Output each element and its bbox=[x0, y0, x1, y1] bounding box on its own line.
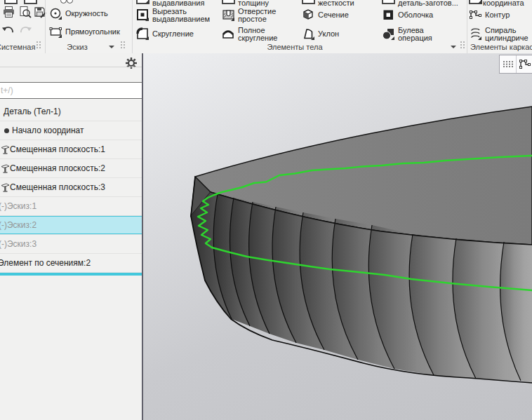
model-tree: Деталь (Тел-1) Начало координат Смещенна… bbox=[0, 102, 142, 273]
clipped-blank-part-icon[interactable] bbox=[382, 0, 395, 4]
dropdown-corner-icon bbox=[311, 36, 314, 40]
clipped-icon[interactable] bbox=[24, 0, 37, 4]
dropdown-corner-icon bbox=[58, 16, 62, 20]
ribbon-group-body-elements: выдавливания Вырезатьвыдавливанием Скруг… bbox=[133, 0, 466, 53]
group-label-system: Системная bbox=[0, 43, 35, 51]
tree-item-label: (-)Эскиз:2 bbox=[0, 220, 36, 230]
shell-button[interactable]: Оболочка bbox=[382, 8, 463, 23]
selection-indicator-band bbox=[0, 273, 142, 276]
clipped-extrude-icon[interactable] bbox=[136, 0, 149, 4]
clipped-button-label: деталь-заготов... bbox=[398, 0, 458, 7]
boolean-operation-button[interactable]: Булеваоперация bbox=[382, 27, 463, 42]
clipped-button-label: жесткости bbox=[318, 0, 354, 7]
simple-hole-button[interactable]: Отверстиепростое bbox=[222, 8, 300, 23]
tree-item-label: Элемент по сечениям:2 bbox=[0, 258, 91, 268]
clipped-button-label: координата bbox=[483, 0, 524, 7]
print-preview-button[interactable] bbox=[18, 6, 32, 19]
ribbon-toolbar: Системная Окружность Прямоугольник Эскиз… bbox=[0, 0, 532, 54]
ribbon-separator bbox=[467, 0, 467, 53]
cylindrical-spiral-button[interactable]: Спиральцилиндриче bbox=[469, 27, 531, 42]
undo-button[interactable] bbox=[1, 22, 15, 35]
button-label: Скругление bbox=[152, 30, 194, 38]
dropdown-corner-icon bbox=[231, 18, 234, 21]
clipped-icon[interactable] bbox=[4, 0, 18, 4]
ribbon-separator bbox=[45, 0, 46, 53]
model-tree-panel: Деталь (Тел-1) Начало координат Смещенна… bbox=[0, 53, 142, 420]
button-label-line2: выдавливанием bbox=[152, 15, 210, 23]
app-window: { "ribbon": { "groups": { "system": { "l… bbox=[0, 0, 532, 420]
offset-plane-icon bbox=[1, 183, 10, 192]
shell-icon bbox=[382, 8, 395, 22]
tree-item-label: (-)Эскиз:3 bbox=[0, 239, 36, 249]
panel-divider-line bbox=[0, 67, 142, 67]
clipped-rib-icon[interactable] bbox=[302, 0, 315, 4]
grid-dots-button[interactable] bbox=[500, 55, 516, 73]
clipped-coordinate-icon[interactable] bbox=[469, 0, 482, 4]
3d-viewport[interactable] bbox=[143, 53, 532, 420]
tree-item-label: Деталь (Тел-1) bbox=[4, 107, 61, 116]
dropdown-corner-icon bbox=[58, 34, 62, 38]
dropdown-corner-icon bbox=[145, 18, 149, 21]
print-icon bbox=[2, 6, 15, 19]
clipped-button-label: выдавливания bbox=[152, 0, 204, 7]
contour-button[interactable]: Контур bbox=[469, 8, 531, 23]
clipped-icon[interactable] bbox=[67, 0, 73, 4]
tree-item-loft-element[interactable]: Элемент по сечениям:2 bbox=[0, 254, 142, 273]
print-button[interactable] bbox=[2, 6, 15, 19]
tree-search-box bbox=[0, 82, 142, 99]
group-grip-handle[interactable] bbox=[460, 41, 465, 50]
origin-icon bbox=[4, 128, 9, 133]
clipped-button-label: толщину bbox=[238, 0, 269, 7]
group-label-body-elements: Элементы тела bbox=[133, 43, 456, 51]
grid-dots-icon bbox=[500, 55, 516, 73]
group-label-frame-elements: Элементы каркаса bbox=[470, 43, 532, 51]
ribbon-separator bbox=[132, 0, 133, 53]
3d-model-disk[interactable] bbox=[143, 63, 532, 420]
group-dropdown-icon[interactable] bbox=[451, 46, 456, 48]
tree-item-origin[interactable]: Начало координат bbox=[0, 121, 142, 140]
rectangle-tool-button[interactable]: Прямоугольник bbox=[49, 25, 131, 40]
full-fillet-button[interactable]: Полноескругление bbox=[222, 27, 300, 42]
section-icon bbox=[302, 8, 315, 22]
tree-item-label: Смещенная плоскость:3 bbox=[10, 182, 105, 192]
redo-button[interactable] bbox=[19, 22, 33, 35]
button-label: Прямоугольник bbox=[65, 28, 120, 36]
tree-item-part[interactable]: Деталь (Тел-1) bbox=[0, 102, 142, 121]
contour-icon bbox=[469, 8, 482, 22]
dropdown-corner-icon bbox=[391, 36, 394, 40]
fillet-button[interactable]: Скругление bbox=[136, 27, 219, 42]
dropdown-corner-icon bbox=[145, 36, 149, 40]
redo-icon bbox=[19, 22, 32, 36]
clipped-icon[interactable] bbox=[60, 0, 67, 4]
group-dropdown-icon[interactable] bbox=[109, 46, 114, 48]
circle-tool-button[interactable]: Окружность bbox=[49, 7, 131, 22]
tree-item-offset-plane-3[interactable]: Смещенная плоскость:3 bbox=[0, 178, 142, 197]
ribbon-group-system: Системная bbox=[0, 0, 45, 53]
cut-extrude-button[interactable]: Вырезатьвыдавливанием bbox=[136, 8, 219, 23]
ribbon-group-frame-elements: координата Контур Спиральцилиндриче Элем… bbox=[468, 0, 532, 53]
button-label: Уклон bbox=[318, 30, 339, 38]
tree-search-input[interactable] bbox=[0, 83, 142, 98]
group-grip-handle[interactable] bbox=[121, 41, 126, 50]
viewport-mini-toolbar bbox=[499, 55, 532, 74]
gear-icon[interactable] bbox=[125, 57, 138, 69]
tree-item-sketch-3[interactable]: (-)Эскиз:3 bbox=[0, 235, 142, 254]
button-label: Окружность bbox=[65, 10, 108, 18]
group-grip-handle[interactable] bbox=[36, 41, 41, 50]
tree-item-label: Смещенная плоскость:1 bbox=[10, 144, 105, 154]
draft-button[interactable]: Уклон bbox=[302, 27, 378, 42]
section-button[interactable]: Сечение bbox=[302, 8, 378, 23]
contour-mode-button[interactable] bbox=[516, 55, 532, 73]
dropdown-corner-icon bbox=[478, 36, 481, 40]
button-label: Сечение bbox=[318, 11, 349, 19]
clipped-thicken-icon[interactable] bbox=[222, 0, 235, 4]
button-label-line2: простое bbox=[238, 15, 276, 23]
tree-item-sketch-2-selected[interactable]: (-)Эскиз:2 bbox=[0, 216, 142, 235]
button-label: Контур bbox=[485, 11, 510, 19]
tree-item-offset-plane-1[interactable]: Смещенная плоскость:1 bbox=[0, 140, 142, 159]
tree-item-sketch-1[interactable]: (-)Эскиз:1 bbox=[0, 197, 142, 216]
tree-item-label: Смещенная плоскость:2 bbox=[10, 163, 105, 173]
offset-plane-icon bbox=[1, 145, 10, 154]
group-label-sketch: Эскиз bbox=[46, 43, 108, 51]
tree-item-offset-plane-2[interactable]: Смещенная плоскость:2 bbox=[0, 159, 142, 178]
